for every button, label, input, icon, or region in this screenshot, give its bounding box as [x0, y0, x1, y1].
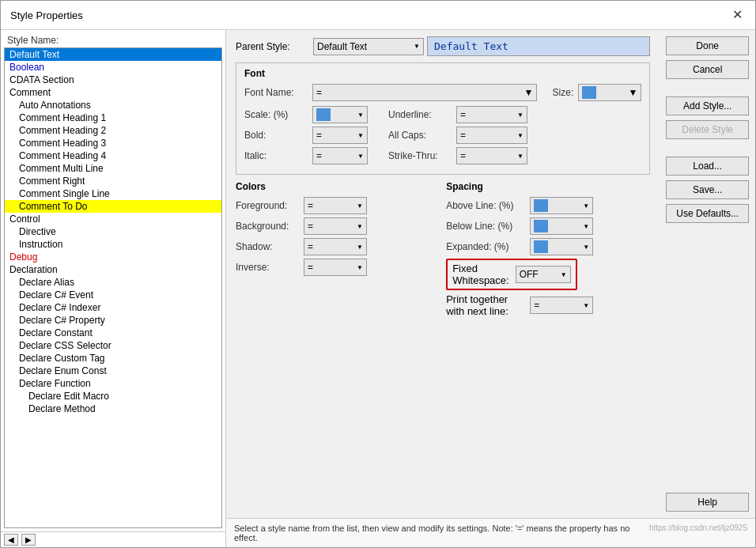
scale-dropdown[interactable]: ▼: [312, 106, 368, 123]
list-item[interactable]: Boolean: [5, 61, 221, 74]
load-button[interactable]: Load...: [666, 157, 749, 176]
bold-allcaps-row: Bold: = ▼ All Caps: = ▼: [244, 127, 641, 144]
chevron-down-icon: ▼: [357, 111, 364, 119]
chevron-down-icon: ▼: [628, 87, 637, 98]
chevron-down-icon: ▼: [357, 244, 363, 251]
chevron-down-icon: ▼: [357, 223, 363, 230]
expanded-dropdown[interactable]: ▼: [530, 238, 593, 255]
chevron-down-icon: ▼: [357, 202, 363, 210]
cancel-button[interactable]: Cancel: [666, 60, 749, 79]
list-item[interactable]: Declare Alias: [5, 276, 221, 289]
center-content: Parent Style: Default Text ▼ Default Tex…: [226, 30, 660, 518]
above-line-indicator: [534, 199, 548, 212]
parent-style-row: Parent Style: Default Text ▼ Default Tex…: [236, 36, 650, 56]
inverse-label: Inverse:: [236, 262, 299, 273]
list-item[interactable]: CDATA Section: [5, 74, 221, 86]
chevron-down-icon: ▼: [357, 264, 363, 271]
below-line-indicator: [534, 220, 548, 232]
font-section: Font Font Name: = ▼ Size: ▼: [236, 62, 650, 175]
foreground-label: Foreground:: [236, 200, 299, 211]
list-item[interactable]: Auto Annotations: [5, 99, 221, 111]
underline-label: Underline:: [388, 109, 452, 120]
style-properties-dialog: Style Properties ✕ Style Name: Default T…: [0, 0, 756, 548]
save-button[interactable]: Save...: [666, 180, 749, 199]
list-item[interactable]: Comment Multi Line: [5, 162, 221, 175]
above-line-row: Above Line: (%) ▼: [446, 197, 650, 214]
style-list-container[interactable]: Default TextBooleanCDATA SectionCommentA…: [4, 47, 222, 528]
list-item[interactable]: Comment Heading 3: [5, 137, 221, 149]
below-line-row: Below Line: (%) ▼: [446, 217, 650, 235]
list-item[interactable]: Comment Right: [5, 175, 221, 187]
done-button[interactable]: Done: [666, 36, 749, 55]
chevron-down-icon: ▼: [357, 153, 364, 160]
scroll-right-btn[interactable]: ▶: [21, 534, 36, 546]
list-item[interactable]: Declare Constant: [5, 327, 221, 339]
size-dropdown[interactable]: ▼: [578, 84, 641, 101]
underline-dropdown[interactable]: = ▼: [456, 106, 527, 123]
font-section-title: Font: [244, 68, 641, 79]
list-item[interactable]: Declare Enum Const: [5, 365, 221, 377]
bold-dropdown[interactable]: = ▼: [312, 127, 368, 144]
list-item[interactable]: Comment Single Line: [5, 187, 221, 200]
scale-label: Scale: (%): [244, 109, 308, 120]
parent-style-display: Default Text: [427, 36, 650, 56]
print-together-row: Print together with next line: = ▼: [446, 293, 650, 317]
print-together-dropdown[interactable]: = ▼: [530, 297, 593, 314]
list-item[interactable]: Control: [5, 213, 221, 225]
background-dropdown[interactable]: = ▼: [304, 217, 367, 235]
list-item[interactable]: Default Text: [5, 48, 221, 61]
expanded-label: Expanded: (%): [446, 241, 525, 252]
italic-strike-row: Italic: = ▼ Strike-Thru: = ▼: [244, 147, 641, 164]
list-item[interactable]: Instruction: [5, 238, 221, 251]
list-item[interactable]: Comment Heading 2: [5, 124, 221, 137]
status-bar: Select a style name from the list, then …: [226, 518, 755, 547]
right-main: Parent Style: Default Text ▼ Default Tex…: [226, 30, 755, 518]
all-caps-dropdown[interactable]: = ▼: [456, 127, 527, 144]
watermark: https://blog.csdn.net/ljz0925: [649, 523, 747, 542]
list-item[interactable]: Declare Edit Macro: [5, 390, 221, 402]
close-button[interactable]: ✕: [729, 7, 746, 23]
list-item[interactable]: Declare CSS Selector: [5, 339, 221, 352]
fixed-whitespace-label: Fixed Whitespace:: [452, 263, 509, 286]
use-defaults-button[interactable]: Use Defaults...: [666, 204, 749, 223]
list-item[interactable]: Declaration: [5, 263, 221, 276]
parent-style-controls: Default Text ▼ Default Text: [313, 36, 650, 56]
bold-label: Bold:: [244, 130, 308, 141]
chevron-down-icon: ▼: [517, 111, 524, 119]
strike-thru-dropdown[interactable]: = ▼: [456, 147, 527, 164]
list-item[interactable]: Declare Custom Tag: [5, 352, 221, 365]
list-item[interactable]: Comment Heading 1: [5, 111, 221, 124]
status-text: Select a style name from the list, then …: [234, 523, 649, 542]
list-item[interactable]: Declare Function: [5, 377, 221, 390]
inverse-row: Inverse: = ▼: [236, 259, 440, 276]
fixed-whitespace-dropdown[interactable]: OFF ▼: [516, 266, 571, 283]
inverse-dropdown[interactable]: = ▼: [304, 259, 367, 276]
below-line-dropdown[interactable]: ▼: [530, 217, 593, 235]
list-item[interactable]: Declare C# Property: [5, 314, 221, 327]
list-item[interactable]: Comment Heading 4: [5, 149, 221, 162]
dialog-body: Style Name: Default TextBooleanCDATA Sec…: [1, 30, 755, 547]
list-item[interactable]: Comment To Do: [5, 200, 221, 213]
chevron-down-icon: ▼: [414, 43, 420, 50]
shadow-dropdown[interactable]: = ▼: [304, 238, 367, 255]
list-item[interactable]: Comment: [5, 86, 221, 99]
chevron-down-icon: ▼: [583, 302, 589, 309]
above-line-label: Above Line: (%): [446, 200, 525, 211]
colors-section: Colors Foreground: = ▼ Background:: [236, 181, 440, 320]
parent-style-dropdown[interactable]: Default Text ▼: [313, 38, 424, 55]
list-item[interactable]: Directive: [5, 225, 221, 238]
delete-style-button[interactable]: Delete Style: [666, 120, 749, 139]
scroll-left-btn[interactable]: ◀: [4, 534, 18, 546]
list-item[interactable]: Debug: [5, 251, 221, 263]
add-style-button[interactable]: Add Style...: [666, 96, 749, 115]
list-item[interactable]: Declare C# Event: [5, 289, 221, 301]
font-name-dropdown[interactable]: = ▼: [312, 84, 537, 101]
below-line-label: Below Line: (%): [446, 221, 525, 232]
list-item[interactable]: Declare Method: [5, 402, 221, 415]
above-line-dropdown[interactable]: ▼: [530, 197, 593, 214]
help-button[interactable]: Help: [666, 493, 749, 512]
chevron-down-icon: ▼: [583, 244, 589, 251]
foreground-dropdown[interactable]: = ▼: [304, 197, 367, 214]
italic-dropdown[interactable]: = ▼: [312, 147, 368, 164]
list-item[interactable]: Declare C# Indexer: [5, 301, 221, 314]
